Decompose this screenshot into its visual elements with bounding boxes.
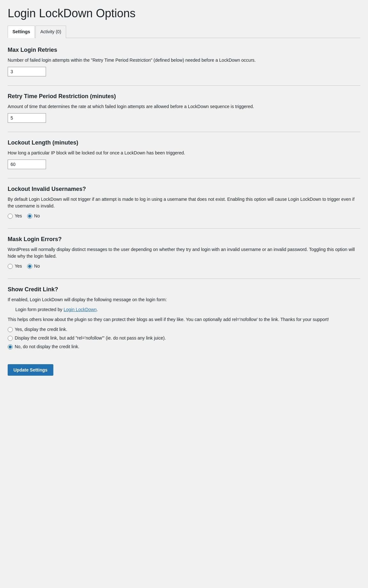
mask-login-errors-no-radio[interactable] <box>27 264 32 269</box>
divider-1 <box>8 85 360 86</box>
mask-login-errors-no-text: No <box>34 263 40 270</box>
lockout-invalid-usernames-yes-radio[interactable] <box>8 214 13 219</box>
section-lockout-invalid-usernames: Lockout Invalid Usernames? By default Lo… <box>8 185 360 219</box>
mask-login-errors-yes-radio[interactable] <box>8 264 13 269</box>
mask-login-errors-options: Yes No <box>8 263 360 270</box>
lockout-length-title: Lockout Length (minutes) <box>8 138 360 147</box>
lockout-invalid-usernames-no-radio[interactable] <box>27 214 32 219</box>
divider-4 <box>8 228 360 229</box>
divider-2 <box>8 132 360 132</box>
credit-link-no-label[interactable]: No, do not display the credit link. <box>8 343 360 350</box>
lockout-invalid-usernames-yes-label[interactable]: Yes <box>8 213 22 219</box>
section-retry-time: Retry Time Period Restriction (minutes) … <box>8 92 360 123</box>
divider-5 <box>8 278 360 279</box>
lockout-invalid-usernames-no-text: No <box>34 213 40 219</box>
mask-login-errors-title: Mask Login Errors? <box>8 235 360 244</box>
credit-period: . <box>97 307 98 312</box>
show-credit-link-desc-after: This helps others know about the plugin … <box>8 316 360 323</box>
mask-login-errors-desc: WordPress will normally display distinct… <box>8 246 360 260</box>
show-credit-link-options: Yes, display the credit link. Display th… <box>8 326 360 350</box>
lockout-length-input[interactable] <box>8 160 46 169</box>
credit-link-nofollow-radio[interactable] <box>8 336 13 341</box>
credit-quote: Login form protected by Login LockDown. <box>15 306 360 313</box>
lockout-invalid-usernames-no-label[interactable]: No <box>27 213 40 219</box>
max-login-retries-desc: Number of failed login attempts within t… <box>8 57 360 64</box>
lockout-invalid-usernames-yes-text: Yes <box>15 213 22 219</box>
content-area: Max Login Retries Number of failed login… <box>8 46 360 376</box>
credit-text: Login form protected by <box>15 307 64 312</box>
mask-login-errors-no-label[interactable]: No <box>27 263 40 270</box>
tab-activity[interactable]: Activity (0) <box>35 26 66 38</box>
page-wrapper: Login LockDown Options Settings Activity… <box>0 0 368 588</box>
section-max-login-retries: Max Login Retries Number of failed login… <box>8 46 360 76</box>
credit-link-no-radio[interactable] <box>8 344 13 349</box>
lockout-invalid-usernames-options: Yes No <box>8 213 360 219</box>
lockout-length-desc: How long a particular IP block will be l… <box>8 150 360 156</box>
credit-link-nofollow-text: Display the credit link, but add "rel='n… <box>15 335 166 341</box>
credit-link-no-text: No, do not display the credit link. <box>15 343 79 350</box>
credit-link-yes-radio[interactable] <box>8 327 13 332</box>
divider-3 <box>8 178 360 178</box>
retry-time-title: Retry Time Period Restriction (minutes) <box>8 92 360 101</box>
tabs-container: Settings Activity (0) <box>8 25 360 38</box>
retry-time-input[interactable] <box>8 113 46 123</box>
credit-link-yes-label[interactable]: Yes, display the credit link. <box>8 326 360 333</box>
show-credit-link-title: Show Credit Link? <box>8 285 360 294</box>
show-credit-link-desc-before: If enabled, Login LockDown will display … <box>8 296 360 303</box>
credit-link[interactable]: Login LockDown <box>64 307 97 312</box>
section-mask-login-errors: Mask Login Errors? WordPress will normal… <box>8 235 360 270</box>
section-lockout-length: Lockout Length (minutes) How long a part… <box>8 138 360 169</box>
mask-login-errors-yes-label[interactable]: Yes <box>8 263 22 270</box>
max-login-retries-title: Max Login Retries <box>8 46 360 54</box>
section-show-credit-link: Show Credit Link? If enabled, Login Lock… <box>8 285 360 350</box>
page-title: Login LockDown Options <box>8 6 360 20</box>
update-settings-button[interactable]: Update Settings <box>8 364 53 376</box>
mask-login-errors-yes-text: Yes <box>15 263 22 270</box>
credit-link-nofollow-label[interactable]: Display the credit link, but add "rel='n… <box>8 335 360 341</box>
lockout-invalid-usernames-title: Lockout Invalid Usernames? <box>8 185 360 193</box>
max-login-retries-input[interactable] <box>8 67 46 76</box>
retry-time-desc: Amount of time that determines the rate … <box>8 103 360 110</box>
tab-settings[interactable]: Settings <box>8 26 35 38</box>
credit-link-yes-text: Yes, display the credit link. <box>15 326 67 333</box>
lockout-invalid-usernames-desc: By default Login LockDown will not trigg… <box>8 196 360 209</box>
